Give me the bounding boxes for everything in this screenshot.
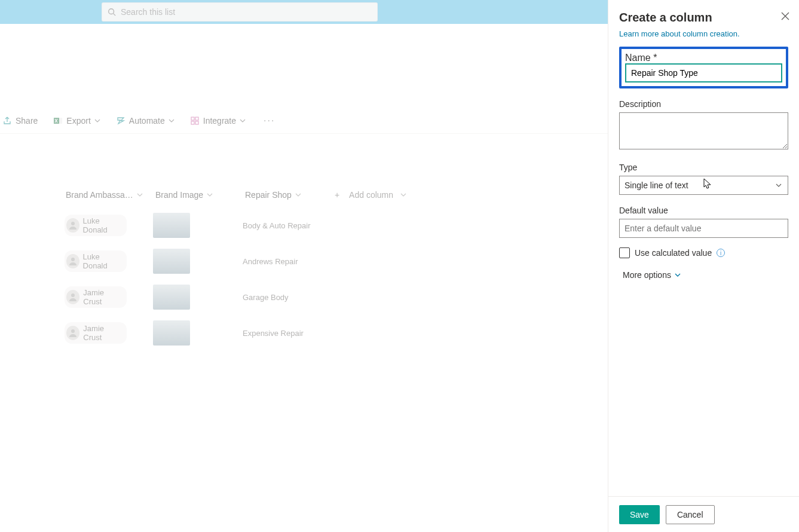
- type-value: Single line of text: [624, 181, 688, 190]
- cancel-button[interactable]: Cancel: [666, 505, 715, 524]
- column-header-shop[interactable]: Repair Shop: [245, 190, 335, 200]
- export-label: Export: [66, 116, 90, 126]
- add-column-button[interactable]: + Add column: [335, 190, 406, 200]
- name-label: Name *: [625, 53, 657, 63]
- table-row[interactable]: Jamie CrustGarage Body: [0, 279, 478, 315]
- person-pill[interactable]: Jamie Crust: [65, 322, 127, 344]
- chevron-down-icon: [207, 192, 213, 198]
- brand-image-thumbnail[interactable]: [153, 249, 190, 274]
- svg-point-9: [71, 258, 75, 261]
- svg-rect-3: [59, 118, 62, 124]
- type-label: Type: [619, 163, 788, 172]
- more-commands-button[interactable]: ···: [259, 113, 280, 129]
- repair-shop-cell: Andrews Repair: [243, 257, 298, 266]
- person-pill[interactable]: Luke Donald: [65, 250, 127, 272]
- search-icon: [108, 8, 116, 16]
- chevron-down-icon: [776, 182, 782, 188]
- command-bar: Share Export Automate Integrate ···: [0, 108, 608, 134]
- share-icon: [2, 116, 12, 126]
- cancel-label: Cancel: [677, 510, 703, 519]
- excel-icon: [53, 116, 63, 126]
- column-header-image[interactable]: Brand Image: [155, 190, 245, 200]
- automate-label: Automate: [129, 116, 165, 126]
- calculated-value-checkbox[interactable]: [619, 247, 630, 258]
- column-header-label: Repair Shop: [245, 190, 292, 200]
- chevron-down-icon: [240, 118, 246, 124]
- save-label: Save: [630, 510, 649, 519]
- repair-shop-cell: Expensive Repair: [243, 329, 304, 338]
- svg-point-0: [109, 9, 114, 14]
- info-icon[interactable]: i: [717, 249, 725, 257]
- brand-image-thumbnail[interactable]: [153, 285, 190, 310]
- panel-title: Create a column: [619, 11, 788, 25]
- brand-image-thumbnail[interactable]: [153, 320, 190, 346]
- more-options-toggle[interactable]: More options: [623, 270, 788, 280]
- svg-line-1: [114, 14, 116, 16]
- type-select[interactable]: Single line of text: [619, 176, 788, 195]
- svg-point-8: [71, 222, 75, 225]
- name-field-highlight: Name *: [619, 47, 788, 88]
- integrate-button[interactable]: Integrate: [188, 112, 248, 129]
- table-row[interactable]: Jamie CrustExpensive Repair: [0, 315, 478, 351]
- repair-shop-cell: Garage Body: [243, 293, 289, 302]
- more-options-label: More options: [623, 270, 671, 280]
- avatar-icon: [66, 218, 79, 233]
- svg-point-11: [71, 329, 75, 333]
- person-name: Luke Donald: [83, 252, 122, 270]
- export-button[interactable]: Export: [51, 112, 102, 129]
- column-headers-row: Brand Ambassa… Brand Image Repair Shop +…: [0, 182, 478, 207]
- repair-shop-cell: Body & Auto Repair: [243, 221, 310, 230]
- integrate-label: Integrate: [203, 116, 236, 126]
- share-button[interactable]: Share: [0, 112, 40, 129]
- chevron-down-icon: [400, 192, 406, 198]
- create-column-panel: Create a column Learn more about column …: [608, 0, 799, 532]
- chevron-down-icon: [137, 192, 143, 198]
- person-name: Jamie Crust: [83, 324, 122, 342]
- close-button[interactable]: [781, 12, 789, 20]
- add-column-label: Add column: [349, 190, 393, 200]
- plus-icon: +: [335, 190, 339, 200]
- person-name: Jamie Crust: [83, 288, 122, 306]
- avatar-icon: [66, 326, 79, 340]
- default-value-label: Default value: [619, 206, 788, 215]
- learn-more-link[interactable]: Learn more about column creation.: [619, 29, 788, 38]
- name-input[interactable]: [625, 63, 782, 82]
- svg-rect-7: [195, 121, 198, 124]
- cursor-icon: [703, 178, 712, 189]
- person-pill[interactable]: Jamie Crust: [65, 286, 127, 308]
- share-label: Share: [16, 116, 38, 126]
- integrate-icon: [190, 116, 200, 126]
- default-value-input[interactable]: [619, 219, 788, 238]
- svg-rect-6: [191, 121, 194, 124]
- chevron-down-icon: [94, 118, 100, 124]
- panel-footer: Save Cancel: [608, 496, 799, 532]
- person-pill[interactable]: Luke Donald: [65, 215, 127, 236]
- column-header-label: Brand Image: [155, 190, 203, 200]
- description-label: Description: [619, 99, 788, 109]
- automate-icon: [116, 116, 125, 126]
- svg-rect-5: [195, 117, 198, 120]
- person-name: Luke Donald: [83, 216, 122, 234]
- search-input[interactable]: [121, 7, 372, 17]
- chevron-down-icon: [675, 272, 681, 278]
- svg-rect-4: [191, 117, 194, 120]
- chevron-down-icon: [169, 118, 175, 124]
- chevron-down-icon: [295, 192, 301, 198]
- automate-button[interactable]: Automate: [114, 112, 177, 129]
- table-row[interactable]: Luke DonaldAndrews Repair: [0, 243, 478, 279]
- column-header-ambassador[interactable]: Brand Ambassa…: [66, 190, 155, 200]
- description-input[interactable]: [619, 112, 788, 149]
- brand-image-thumbnail[interactable]: [153, 213, 190, 238]
- calculated-value-label: Use calculated value: [635, 248, 712, 258]
- search-box[interactable]: [102, 2, 378, 22]
- table-row[interactable]: Luke DonaldBody & Auto Repair: [0, 207, 478, 243]
- list-area: Brand Ambassa… Brand Image Repair Shop +…: [0, 182, 478, 351]
- column-header-label: Brand Ambassa…: [66, 190, 133, 200]
- svg-point-10: [71, 293, 75, 297]
- avatar-icon: [66, 290, 79, 304]
- avatar-icon: [66, 254, 79, 268]
- save-button[interactable]: Save: [619, 505, 660, 524]
